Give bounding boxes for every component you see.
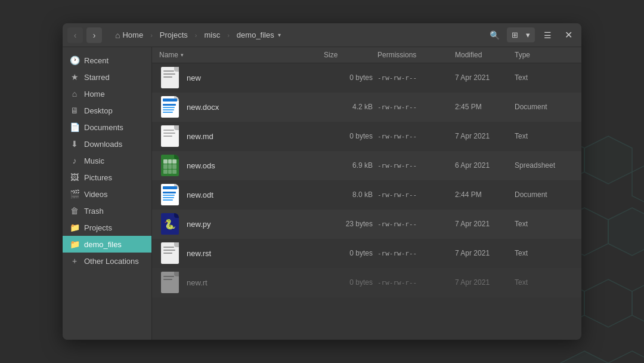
file-name-cell: new	[159, 66, 324, 90]
sidebar-item-demo-files[interactable]: 📁 demo_files	[63, 236, 151, 253]
file-icon-py: 🐍	[159, 212, 181, 236]
file-name: new.odt	[187, 190, 213, 199]
hamburger-menu-button[interactable]: ☰	[538, 27, 556, 44]
sidebar-item-trash[interactable]: 🗑 Trash	[63, 202, 151, 219]
file-size: 8.0 kB	[324, 190, 377, 199]
sidebar-item-label: demo_files	[84, 240, 122, 249]
sidebar-item-recent[interactable]: 🕐 Recent	[63, 52, 151, 69]
svg-marker-8	[632, 279, 644, 327]
svg-marker-2	[632, 160, 644, 208]
hamburger-icon: ☰	[544, 30, 552, 40]
table-row[interactable]: new.ods 6.9 kB -rw-rw-r-- 6 Apr 2021 Spr…	[152, 151, 581, 180]
sidebar-item-music[interactable]: ♪ Music	[63, 152, 151, 169]
file-modified: 7 Apr 2021	[455, 249, 515, 257]
sidebar-item-downloads[interactable]: ⬇ Downloads	[63, 136, 151, 152]
breadcrumb-sep-1: ›	[150, 32, 153, 39]
file-icon-rst	[159, 241, 181, 265]
file-size: 6.9 kB	[324, 161, 377, 170]
breadcrumb-home[interactable]: ⌂ Home	[110, 29, 148, 42]
table-row[interactable]: new.docx 4.2 kB -rw-rw-r-- 2:45 PM Docum…	[152, 93, 581, 122]
sidebar-item-other-locations[interactable]: + Other Locations	[63, 253, 151, 269]
breadcrumb-misc[interactable]: misc	[199, 29, 225, 41]
svg-marker-11	[584, 136, 632, 184]
file-size: 0 bytes	[324, 73, 377, 82]
file-type: Document	[515, 190, 574, 199]
titlebar: ‹ › ⌂ Home › Projects › misc › demo_file…	[63, 23, 581, 47]
videos-icon: 🎬	[70, 189, 79, 199]
main-content: 🕐 Recent ★ Starred ⌂ Home 🖥 Desktop 📄 Do…	[63, 47, 581, 340]
header-modified[interactable]: Modified	[455, 51, 515, 59]
music-icon: ♪	[70, 156, 79, 165]
file-icon-md	[159, 124, 181, 148]
breadcrumb-dropdown-button[interactable]: ▾	[277, 30, 282, 39]
file-permissions: -rw-rw-r--	[377, 133, 455, 140]
file-type: Text	[515, 278, 574, 287]
search-button[interactable]: 🔍	[485, 27, 503, 44]
sidebar-item-documents[interactable]: 📄 Documents	[63, 119, 151, 136]
demo-files-icon: 📁	[70, 239, 79, 249]
documents-icon: 📄	[70, 122, 79, 132]
header-permissions[interactable]: Permissions	[377, 51, 455, 59]
table-row[interactable]: new.rt 0 bytes -rw-rw-r-- 7 Apr 2021 Tex…	[152, 268, 581, 297]
svg-marker-10	[608, 351, 644, 363]
file-modified: 2:44 PM	[455, 190, 515, 199]
breadcrumb-demo-files-label: demo_files	[237, 30, 274, 39]
table-row[interactable]: new.rst 0 bytes -rw-rw-r-- 7 Apr 2021 Te…	[152, 239, 581, 268]
view-toggle-group: ⊞ ▾	[507, 27, 535, 42]
sidebar-item-label: Trash	[84, 207, 104, 216]
recent-icon: 🕐	[70, 56, 79, 65]
header-type[interactable]: Type	[515, 51, 574, 59]
sidebar-item-pictures[interactable]: 🖼 Pictures	[63, 169, 151, 186]
breadcrumb-projects[interactable]: Projects	[155, 29, 193, 41]
file-icon-txt	[159, 66, 181, 90]
file-type: Document	[515, 103, 574, 111]
breadcrumb-home-label: Home	[122, 30, 143, 39]
file-modified: 6 Apr 2021	[455, 161, 515, 170]
sidebar-item-label: Music	[84, 156, 104, 165]
svg-marker-13	[561, 351, 608, 363]
close-button[interactable]: ✕	[560, 27, 577, 44]
sidebar-item-projects[interactable]: 📁 Projects	[63, 219, 151, 236]
file-name: new.py	[187, 220, 210, 229]
file-type: Text	[515, 220, 574, 228]
file-name-cell: new.ods	[159, 153, 324, 177]
breadcrumb-demo-files[interactable]: demo_files ▾	[232, 29, 287, 41]
file-icon-rst2	[159, 270, 181, 294]
file-type: Text	[515, 249, 574, 257]
table-row[interactable]: new.md 0 bytes -rw-rw-r-- 7 Apr 2021 Tex…	[152, 122, 581, 151]
grid-view-button[interactable]: ⊞	[508, 29, 522, 41]
header-name[interactable]: Name ▾	[159, 51, 324, 59]
sidebar-item-starred[interactable]: ★ Starred	[63, 69, 151, 85]
file-name: new	[187, 73, 201, 82]
file-size: 0 bytes	[324, 278, 377, 287]
back-button[interactable]: ‹	[67, 27, 83, 43]
file-name-cell: new.rt	[159, 270, 324, 294]
view-dropdown-button[interactable]: ▾	[522, 29, 534, 41]
close-icon: ✕	[565, 29, 572, 41]
file-name-cell: new.docx	[159, 95, 324, 119]
header-size[interactable]: Size	[324, 51, 377, 59]
sidebar-item-label: Downloads	[84, 140, 122, 149]
home-icon: ⌂	[115, 30, 120, 40]
file-icon-odt	[159, 183, 181, 207]
sidebar-item-desktop[interactable]: 🖥 Desktop	[63, 102, 151, 119]
file-permissions: -rw-rw-r--	[377, 220, 455, 228]
table-row[interactable]: new 0 bytes -rw-rw-r-- 7 Apr 2021 Text	[152, 63, 581, 93]
file-modified: 7 Apr 2021	[455, 278, 515, 287]
sidebar-item-videos[interactable]: 🎬 Videos	[63, 186, 151, 202]
svg-marker-9	[561, 351, 608, 363]
sidebar-item-label: Projects	[84, 223, 112, 232]
svg-marker-6	[584, 279, 632, 327]
file-permissions: -rw-rw-r--	[377, 250, 455, 257]
sidebar-item-home[interactable]: ⌂ Home	[63, 85, 151, 102]
file-type: Text	[515, 73, 574, 82]
file-name: new.ods	[187, 161, 215, 170]
trash-icon: 🗑	[70, 206, 79, 216]
forward-button[interactable]: ›	[86, 27, 102, 43]
table-row[interactable]: new.odt 8.0 kB -rw-rw-r-- 2:44 PM Docume…	[152, 180, 581, 210]
svg-marker-12	[608, 208, 644, 256]
sidebar-item-label: Documents	[84, 123, 123, 132]
file-manager-window: ‹ › ⌂ Home › Projects › misc › demo_file…	[63, 23, 581, 340]
table-row[interactable]: 🐍 new.py 23 bytes -rw-rw-r-- 7 Apr 2021 …	[152, 210, 581, 239]
file-name-cell: 🐍 new.py	[159, 212, 324, 236]
